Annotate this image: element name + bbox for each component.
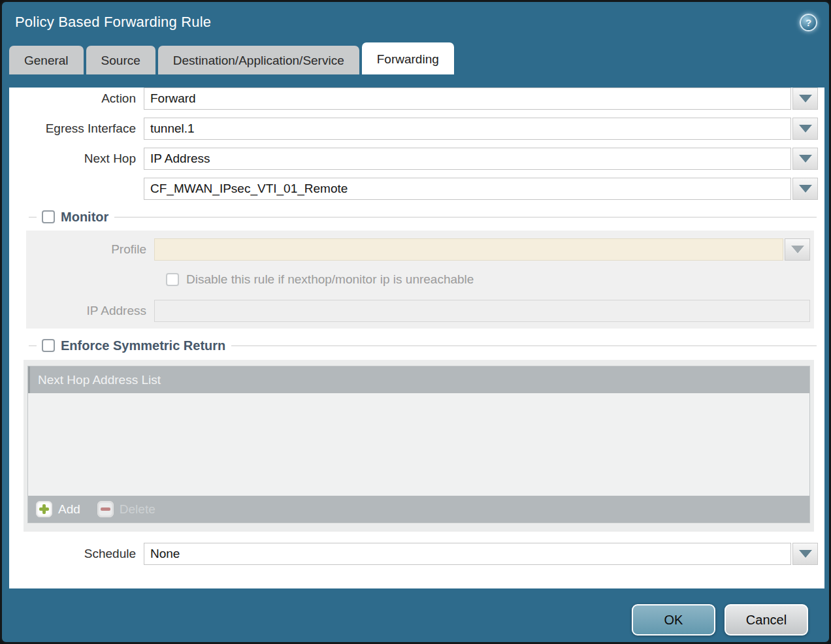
chevron-down-icon [799,550,812,558]
monitor-legend: Monitor [9,208,824,225]
monitor-profile-label: Profile [26,242,154,257]
ok-button[interactable]: OK [632,604,715,636]
next-hop-address-row [9,178,824,200]
plus-icon [36,501,52,517]
monitor-ip-address-label: IP Address [26,304,154,318]
monitor-profile-input [154,238,783,261]
monitor-section-body: Profile Disable this rule if nexthop/mon… [26,231,814,329]
action-row: Action [9,88,824,110]
next-hop-address-list-table: Next Hop Address List Add Delete [27,366,810,523]
dialog-title: Policy Based Forwarding Rule [15,14,211,31]
egress-interface-label: Egress Interface [9,121,144,136]
monitor-profile-combo [154,238,810,261]
disable-rule-label: Disable this rule if nexthop/monitor ip … [186,272,474,287]
action-combo [144,88,818,110]
schedule-dropdown-button[interactable] [792,543,818,565]
enforce-symmetric-return-checkbox[interactable] [42,339,55,352]
next-hop-address-combo [144,178,818,200]
tab-general[interactable]: General [9,46,84,74]
next-hop-address-list-header: Next Hop Address List [28,366,809,393]
next-hop-address-list-rows[interactable] [28,393,809,496]
fieldset-line [29,346,37,346]
tab-destination-application-service[interactable]: Destination/Application/Service [158,46,359,74]
monitor-ip-address-row: IP Address [26,300,814,322]
delete-button-label: Delete [120,502,155,517]
schedule-combo [144,543,818,565]
monitor-ip-address-input [154,300,810,322]
disable-rule-checkbox [166,273,179,286]
next-hop-address-list-toolbar: Add Delete [28,496,809,523]
egress-interface-dropdown-button[interactable] [792,118,818,140]
egress-interface-input[interactable] [144,118,791,140]
chevron-down-icon [799,95,812,103]
minus-icon [97,501,114,517]
next-hop-combo [144,148,818,170]
disable-rule-row: Disable this rule if nexthop/monitor ip … [161,272,814,287]
action-label: Action [9,91,144,106]
schedule-row: Schedule [9,543,824,565]
fieldset-line [29,217,37,217]
schedule-input[interactable] [144,543,791,565]
fieldset-line [231,346,817,346]
tab-forwarding[interactable]: Forwarding [362,42,454,74]
monitor-legend-label: Monitor [61,210,108,225]
monitor-checkbox[interactable] [42,210,55,223]
chevron-down-icon [799,125,812,133]
chevron-down-icon [799,155,812,163]
egress-interface-combo [144,118,818,140]
policy-based-forwarding-dialog: Policy Based Forwarding Rule ? General S… [0,0,831,644]
schedule-label: Schedule [9,547,144,561]
monitor-profile-row: Profile [26,238,814,261]
add-button[interactable]: Add [36,501,80,517]
help-icon[interactable]: ? [800,14,817,31]
enforce-symmetric-return-label: Enforce Symmetric Return [61,338,225,353]
chevron-down-icon [799,185,812,193]
forwarding-tab-panel: Action Egress Interface Next Hop [9,88,824,588]
cancel-button[interactable]: Cancel [725,604,808,636]
chevron-down-icon [791,246,804,253]
action-dropdown-button[interactable] [792,88,818,110]
add-button-label: Add [58,502,80,517]
egress-interface-row: Egress Interface [9,118,824,140]
tab-source[interactable]: Source [86,46,155,74]
next-hop-address-dropdown-button[interactable] [792,178,818,200]
fieldset-line [114,217,817,217]
enforce-symmetric-return-body: Next Hop Address List Add Delete [24,360,814,532]
next-hop-row: Next Hop [9,148,824,170]
tab-bar: General Source Destination/Application/S… [2,42,829,74]
delete-button: Delete [97,501,155,517]
next-hop-type-input[interactable] [144,148,791,170]
monitor-profile-dropdown-button [785,238,810,261]
dialog-footer: OK Cancel [2,588,829,644]
next-hop-label: Next Hop [9,152,144,166]
action-input[interactable] [144,88,791,110]
next-hop-address-input[interactable] [144,178,791,200]
next-hop-dropdown-button[interactable] [792,148,818,170]
dialog-titlebar: Policy Based Forwarding Rule ? [2,2,829,42]
enforce-symmetric-return-legend: Enforce Symmetric Return [9,337,824,354]
